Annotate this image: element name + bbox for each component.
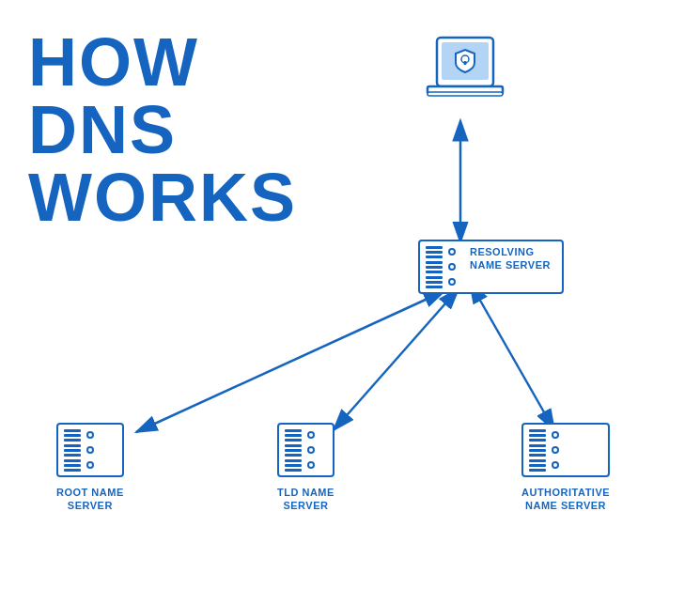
resolving-server-icon: RESOLVING NAME SERVER (418, 240, 564, 272)
authoritative-server-icon: AUTHORITATIVE NAME SERVER (521, 423, 610, 513)
svg-rect-13 (428, 92, 503, 96)
svg-line-6 (334, 302, 446, 430)
laptop-icon (423, 33, 507, 136)
svg-line-5 (136, 299, 428, 432)
page-title: HOW DNS WORKS (28, 28, 297, 231)
svg-rect-11 (464, 61, 467, 65)
root-server-icon: ROOT NAME SERVER (56, 423, 124, 513)
svg-line-7 (479, 299, 554, 430)
tld-server-icon: TLD NAME SERVER (277, 423, 334, 513)
